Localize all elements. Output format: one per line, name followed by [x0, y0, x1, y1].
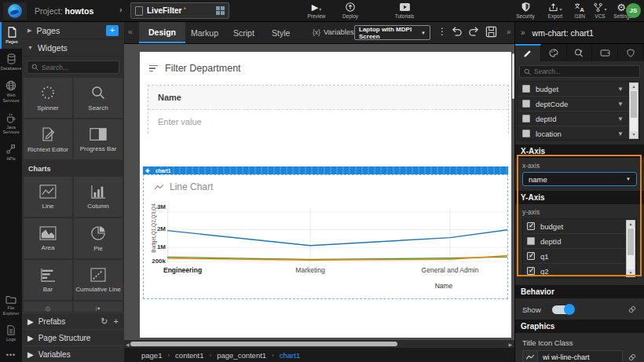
- tab-properties[interactable]: [515, 44, 541, 61]
- tab-script[interactable]: Script: [224, 22, 264, 43]
- rail-item-databases[interactable]: Databases: [0, 49, 22, 75]
- behavior-section-header[interactable]: Behavior: [515, 285, 644, 298]
- name-field-input[interactable]: [148, 117, 486, 126]
- chevron-down-icon[interactable]: ▼: [617, 101, 624, 108]
- undo-icon[interactable]: [451, 26, 463, 37]
- scroll-left-icon[interactable]: ◀: [126, 342, 130, 347]
- deploy-button[interactable]: Deploy: [334, 2, 367, 19]
- breadcrumb-page1[interactable]: page1: [141, 351, 162, 360]
- redo-icon[interactable]: [468, 26, 480, 37]
- canvas-horizontal-scrollbar[interactable]: ◀ ▶: [124, 340, 514, 348]
- property-search-input[interactable]: [534, 68, 628, 75]
- graphics-section-header[interactable]: Graphics: [515, 320, 644, 333]
- refresh-prefabs-icon[interactable]: ↻: [101, 316, 108, 327]
- collapse-right-icon[interactable]: »: [507, 27, 511, 36]
- horizontal-scroll-thumb[interactable]: [130, 342, 397, 346]
- property-search[interactable]: [519, 65, 640, 78]
- grid-view-icon[interactable]: [216, 6, 225, 15]
- widget-tile-pie[interactable]: Pie: [74, 218, 123, 258]
- variables-button[interactable]: {x} Variables ▾: [313, 27, 360, 36]
- checkbox[interactable]: [522, 100, 530, 108]
- widget-tile-progress-bar[interactable]: Progress Bar: [74, 119, 123, 159]
- widget-tile-richtext-editor[interactable]: Richtext Editor: [24, 119, 72, 159]
- rail-item-logs[interactable]: Logs: [0, 320, 22, 346]
- collapse-left-icon[interactable]: «: [128, 27, 133, 36]
- scroll-up-icon[interactable]: ▲: [627, 221, 635, 228]
- livefilter-widget[interactable]: Name: [148, 85, 509, 133]
- field-row-deptcode[interactable]: deptCode ▼: [518, 97, 639, 112]
- breadcrumb-page-content1[interactable]: page_content1: [217, 351, 266, 360]
- rail-item-apis[interactable]: APIs: [0, 139, 22, 166]
- title-icon-class-input[interactable]: [538, 350, 623, 362]
- tab-markup[interactable]: Markup: [181, 22, 228, 43]
- line-chart-widget[interactable]: Line Chart Budget,Q1,Q2,Q3,Q4 3M 2M 1M 2…: [143, 174, 508, 299]
- file-tab-livefilter[interactable]: LiveFilter *: [130, 2, 229, 19]
- widget-tile-search[interactable]: Search: [74, 78, 123, 118]
- checkbox[interactable]: [522, 130, 530, 137]
- y-axis-section-header[interactable]: Y-Axis: [515, 191, 644, 204]
- rail-item-pages[interactable]: Pages: [0, 22, 22, 49]
- y-option-q2[interactable]: q2: [523, 264, 636, 279]
- preview-button[interactable]: ▶▾ Preview: [300, 2, 333, 19]
- chevron-down-icon[interactable]: ▼: [617, 86, 624, 93]
- chevron-down-icon[interactable]: ▼: [617, 115, 624, 122]
- checkbox[interactable]: [527, 267, 535, 275]
- show-toggle[interactable]: [552, 305, 574, 314]
- bind-property-icon[interactable]: [628, 353, 637, 362]
- rail-item-file-explorer[interactable]: File Explorer: [0, 290, 22, 320]
- checkbox[interactable]: [527, 222, 535, 230]
- page-structure-section-header[interactable]: ▶ Page Structure: [22, 329, 124, 346]
- kebab-menu-icon[interactable]: ⋮: [437, 26, 447, 37]
- widget-search[interactable]: [27, 60, 119, 74]
- save-icon[interactable]: [485, 26, 497, 38]
- widget-tile-column[interactable]: Column: [74, 177, 123, 217]
- chevron-down-icon[interactable]: ▼: [617, 130, 624, 137]
- chart-selection-bar[interactable]: ✚ chart1: [143, 166, 508, 174]
- scroll-thumb[interactable]: [631, 91, 637, 118]
- page-canvas[interactable]: Filter Department Name ✚ chart1 Line Cha…: [140, 52, 511, 338]
- y-option-q1[interactable]: q1: [523, 249, 636, 264]
- tab-device[interactable]: [592, 44, 618, 61]
- field-row-location[interactable]: location ▼: [518, 126, 639, 141]
- widget-tile-partial-1[interactable]: [24, 302, 72, 312]
- scroll-down-icon[interactable]: ▼: [630, 131, 638, 138]
- widget-tile-bar[interactable]: Bar: [24, 260, 72, 300]
- security-button[interactable]: Security: [509, 2, 542, 19]
- bind-property-icon[interactable]: [628, 305, 637, 314]
- variables-section-header[interactable]: ▶ Variables: [22, 346, 124, 362]
- widget-search-input[interactable]: [42, 64, 112, 71]
- scroll-right-icon[interactable]: ▶: [508, 342, 512, 347]
- add-page-button[interactable]: +: [106, 25, 119, 36]
- scroll-thumb[interactable]: [628, 229, 634, 255]
- scroll-up-icon[interactable]: ▲: [630, 83, 638, 90]
- widget-tile-partial-2[interactable]: [74, 302, 123, 312]
- wavemaker-logo[interactable]: [3, 2, 27, 20]
- prefabs-section-header[interactable]: ▶ Prefabs ↻ +: [22, 313, 124, 329]
- scroll-down-icon[interactable]: ▼: [627, 269, 635, 276]
- tab-security[interactable]: [618, 44, 644, 61]
- x-axis-select[interactable]: name ▼: [522, 172, 637, 186]
- field-list-scrollbar[interactable]: ▲ ▼: [629, 82, 639, 139]
- add-prefab-icon[interactable]: +: [114, 316, 119, 327]
- breadcrumb-content1[interactable]: content1: [175, 351, 203, 360]
- y-option-deptid[interactable]: deptId: [523, 234, 636, 249]
- checkbox[interactable]: [527, 252, 535, 260]
- y-axis-list-scrollbar[interactable]: ▲ ▼: [626, 220, 635, 277]
- rail-more-button[interactable]: •••: [0, 346, 22, 360]
- checkbox[interactable]: [522, 85, 530, 93]
- rail-item-java-services[interactable]: Java Services: [0, 108, 22, 140]
- checkbox[interactable]: [522, 115, 530, 122]
- widget-tile-cumulative-line[interactable]: Cumulative Line: [74, 260, 123, 300]
- widgets-section-header[interactable]: ▼ Widgets: [22, 39, 124, 57]
- panel-collapse-icon[interactable]: »: [521, 28, 525, 37]
- rail-item-web-services[interactable]: Web Services: [0, 75, 22, 108]
- widget-tile-line[interactable]: Line: [24, 177, 72, 217]
- y-option-budget[interactable]: budget: [523, 219, 636, 234]
- x-axis-section-header[interactable]: X-Axis: [515, 144, 644, 158]
- field-row-deptid[interactable]: deptId ▼: [518, 112, 639, 126]
- device-selector[interactable]: Laptop with MDPI Screen ▼: [354, 25, 430, 40]
- field-row-budget[interactable]: budget ▼: [518, 82, 639, 97]
- pages-section-header[interactable]: ▶ Pages +: [22, 22, 124, 39]
- widget-tile-spinner[interactable]: Spinner: [24, 78, 72, 118]
- tab-events[interactable]: [567, 44, 593, 61]
